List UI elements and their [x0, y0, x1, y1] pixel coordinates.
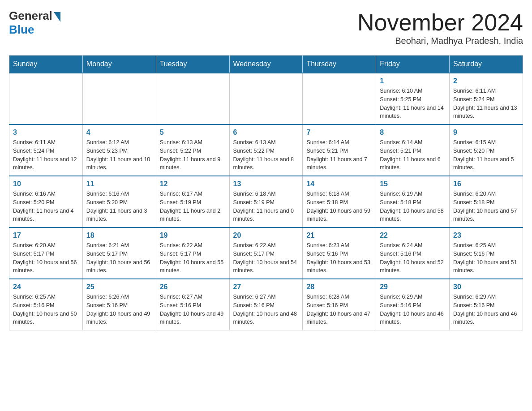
calendar-cell: 9Sunrise: 6:15 AMSunset: 5:20 PMDaylight…	[450, 124, 523, 176]
day-number: 2	[453, 77, 519, 85]
day-number: 29	[380, 283, 446, 291]
calendar-cell: 28Sunrise: 6:28 AMSunset: 5:16 PMDayligh…	[303, 279, 376, 330]
day-number: 19	[160, 231, 226, 240]
day-number: 9	[453, 128, 519, 137]
calendar-cell: 20Sunrise: 6:22 AMSunset: 5:17 PMDayligh…	[229, 227, 303, 279]
calendar-cell: 29Sunrise: 6:29 AMSunset: 5:16 PMDayligh…	[376, 279, 450, 330]
calendar-week-row: 3Sunrise: 6:11 AMSunset: 5:24 PMDaylight…	[9, 124, 523, 176]
day-number: 6	[233, 128, 299, 137]
day-info: Sunrise: 6:29 AMSunset: 5:16 PMDaylight:…	[380, 293, 446, 326]
calendar-cell: 1Sunrise: 6:10 AMSunset: 5:25 PMDaylight…	[376, 73, 450, 124]
day-info: Sunrise: 6:23 AMSunset: 5:16 PMDaylight:…	[306, 241, 372, 275]
day-info: Sunrise: 6:28 AMSunset: 5:16 PMDaylight:…	[306, 293, 372, 326]
calendar-week-row: 1Sunrise: 6:10 AMSunset: 5:25 PMDaylight…	[9, 73, 523, 124]
calendar-cell	[229, 73, 303, 124]
day-info: Sunrise: 6:22 AMSunset: 5:17 PMDaylight:…	[233, 241, 299, 275]
calendar-cell: 12Sunrise: 6:17 AMSunset: 5:19 PMDayligh…	[156, 176, 229, 227]
calendar-cell: 27Sunrise: 6:27 AMSunset: 5:16 PMDayligh…	[229, 279, 303, 330]
location-subtitle: Beohari, Madhya Pradesh, India	[357, 36, 523, 46]
day-info: Sunrise: 6:16 AMSunset: 5:20 PMDaylight:…	[13, 190, 79, 223]
weekday-header-sunday: Sunday	[9, 56, 83, 73]
day-info: Sunrise: 6:12 AMSunset: 5:23 PMDaylight:…	[86, 138, 152, 172]
day-number: 16	[453, 180, 519, 188]
day-info: Sunrise: 6:29 AMSunset: 5:16 PMDaylight:…	[453, 293, 519, 326]
day-info: Sunrise: 6:18 AMSunset: 5:19 PMDaylight:…	[233, 190, 299, 223]
day-info: Sunrise: 6:27 AMSunset: 5:16 PMDaylight:…	[233, 293, 299, 326]
calendar-cell: 5Sunrise: 6:13 AMSunset: 5:22 PMDaylight…	[156, 124, 229, 176]
weekday-header-saturday: Saturday	[450, 56, 523, 73]
calendar-cell: 24Sunrise: 6:25 AMSunset: 5:16 PMDayligh…	[9, 279, 83, 330]
calendar-cell: 10Sunrise: 6:16 AMSunset: 5:20 PMDayligh…	[9, 176, 83, 227]
calendar-cell: 16Sunrise: 6:20 AMSunset: 5:18 PMDayligh…	[450, 176, 523, 227]
day-info: Sunrise: 6:24 AMSunset: 5:16 PMDaylight:…	[380, 241, 446, 275]
day-info: Sunrise: 6:25 AMSunset: 5:16 PMDaylight:…	[453, 241, 519, 275]
calendar-cell: 11Sunrise: 6:16 AMSunset: 5:20 PMDayligh…	[82, 176, 156, 227]
weekday-header-thursday: Thursday	[303, 56, 376, 73]
calendar-cell: 21Sunrise: 6:23 AMSunset: 5:16 PMDayligh…	[303, 227, 376, 279]
day-number: 12	[160, 180, 226, 188]
day-number: 14	[306, 180, 372, 188]
day-number: 7	[306, 128, 372, 137]
calendar-week-row: 24Sunrise: 6:25 AMSunset: 5:16 PMDayligh…	[9, 279, 523, 330]
calendar-cell: 22Sunrise: 6:24 AMSunset: 5:16 PMDayligh…	[376, 227, 450, 279]
day-number: 23	[453, 231, 519, 240]
day-info: Sunrise: 6:16 AMSunset: 5:20 PMDaylight:…	[86, 190, 152, 223]
calendar-week-row: 17Sunrise: 6:20 AMSunset: 5:17 PMDayligh…	[9, 227, 523, 279]
day-info: Sunrise: 6:17 AMSunset: 5:19 PMDaylight:…	[160, 190, 226, 223]
day-info: Sunrise: 6:13 AMSunset: 5:22 PMDaylight:…	[233, 138, 299, 172]
logo-general-text: General	[9, 9, 52, 23]
day-info: Sunrise: 6:14 AMSunset: 5:21 PMDaylight:…	[380, 138, 446, 172]
day-number: 4	[86, 128, 152, 137]
day-number: 1	[380, 77, 446, 85]
title-section: November 2024 Beohari, Madhya Pradesh, I…	[357, 9, 523, 46]
calendar-cell: 6Sunrise: 6:13 AMSunset: 5:22 PMDaylight…	[229, 124, 303, 176]
calendar-cell: 4Sunrise: 6:12 AMSunset: 5:23 PMDaylight…	[82, 124, 156, 176]
day-info: Sunrise: 6:27 AMSunset: 5:16 PMDaylight:…	[160, 293, 226, 326]
day-number: 8	[380, 128, 446, 137]
calendar-header-row: SundayMondayTuesdayWednesdayThursdayFrid…	[9, 56, 523, 73]
weekday-header-friday: Friday	[376, 56, 450, 73]
day-info: Sunrise: 6:19 AMSunset: 5:18 PMDaylight:…	[380, 190, 446, 223]
day-number: 25	[86, 283, 152, 291]
day-info: Sunrise: 6:22 AMSunset: 5:17 PMDaylight:…	[160, 241, 226, 275]
calendar-cell: 3Sunrise: 6:11 AMSunset: 5:24 PMDaylight…	[9, 124, 83, 176]
calendar-cell: 13Sunrise: 6:18 AMSunset: 5:19 PMDayligh…	[229, 176, 303, 227]
calendar-cell	[9, 73, 83, 124]
calendar-cell: 7Sunrise: 6:14 AMSunset: 5:21 PMDaylight…	[303, 124, 376, 176]
calendar-cell: 2Sunrise: 6:11 AMSunset: 5:24 PMDaylight…	[450, 73, 523, 124]
day-info: Sunrise: 6:20 AMSunset: 5:18 PMDaylight:…	[453, 190, 519, 223]
logo: General Blue	[9, 9, 60, 37]
day-info: Sunrise: 6:15 AMSunset: 5:20 PMDaylight:…	[453, 138, 519, 172]
day-number: 13	[233, 180, 299, 188]
day-number: 15	[380, 180, 446, 188]
day-info: Sunrise: 6:11 AMSunset: 5:24 PMDaylight:…	[13, 138, 79, 172]
calendar-cell: 17Sunrise: 6:20 AMSunset: 5:17 PMDayligh…	[9, 227, 83, 279]
calendar-cell: 19Sunrise: 6:22 AMSunset: 5:17 PMDayligh…	[156, 227, 229, 279]
day-info: Sunrise: 6:26 AMSunset: 5:16 PMDaylight:…	[86, 293, 152, 326]
day-number: 20	[233, 231, 299, 240]
day-info: Sunrise: 6:14 AMSunset: 5:21 PMDaylight:…	[306, 138, 372, 172]
day-info: Sunrise: 6:18 AMSunset: 5:18 PMDaylight:…	[306, 190, 372, 223]
calendar-cell: 23Sunrise: 6:25 AMSunset: 5:16 PMDayligh…	[450, 227, 523, 279]
day-number: 10	[13, 180, 79, 188]
month-title: November 2024	[357, 9, 523, 36]
day-number: 27	[233, 283, 299, 291]
day-number: 28	[306, 283, 372, 291]
calendar-cell: 30Sunrise: 6:29 AMSunset: 5:16 PMDayligh…	[450, 279, 523, 330]
day-number: 5	[160, 128, 226, 137]
logo-blue-text: Blue	[9, 23, 34, 37]
day-number: 22	[380, 231, 446, 240]
day-number: 11	[86, 180, 152, 188]
day-info: Sunrise: 6:13 AMSunset: 5:22 PMDaylight:…	[160, 138, 226, 172]
calendar-table: SundayMondayTuesdayWednesdayThursdayFrid…	[9, 55, 523, 330]
day-info: Sunrise: 6:25 AMSunset: 5:16 PMDaylight:…	[13, 293, 79, 326]
day-info: Sunrise: 6:10 AMSunset: 5:25 PMDaylight:…	[380, 87, 446, 120]
weekday-header-monday: Monday	[82, 56, 156, 73]
calendar-cell: 18Sunrise: 6:21 AMSunset: 5:17 PMDayligh…	[82, 227, 156, 279]
day-info: Sunrise: 6:21 AMSunset: 5:17 PMDaylight:…	[86, 241, 152, 275]
calendar-cell: 15Sunrise: 6:19 AMSunset: 5:18 PMDayligh…	[376, 176, 450, 227]
calendar-cell: 26Sunrise: 6:27 AMSunset: 5:16 PMDayligh…	[156, 279, 229, 330]
calendar-week-row: 10Sunrise: 6:16 AMSunset: 5:20 PMDayligh…	[9, 176, 523, 227]
calendar-cell	[303, 73, 376, 124]
calendar-cell	[82, 73, 156, 124]
